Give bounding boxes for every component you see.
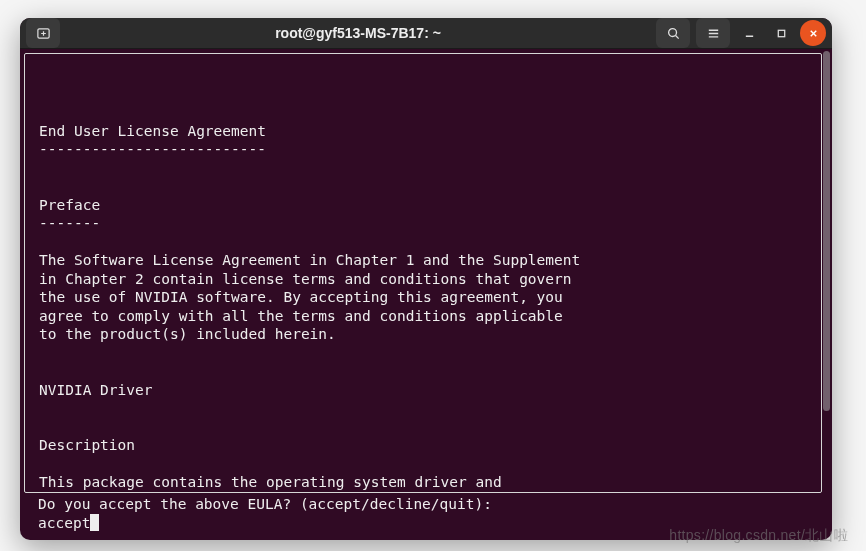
window-title: root@gyf513-MS-7B17: ~: [66, 25, 650, 41]
prompt-input: accept: [38, 514, 90, 533]
description-label: Description: [39, 437, 135, 453]
preface-underline: -------: [39, 215, 100, 231]
svg-rect-9: [778, 30, 784, 36]
hamburger-icon: [706, 26, 721, 41]
minimize-icon: [744, 28, 755, 39]
description-body: This package contains the operating syst…: [39, 474, 502, 490]
prompt-question: Do you accept the above EULA? (accept/de…: [38, 496, 492, 512]
titlebar: root@gyf513-MS-7B17: ~: [20, 18, 832, 49]
search-icon: [666, 26, 681, 41]
eula-content: End User License Agreement -------------…: [39, 103, 807, 492]
terminal-window: root@gyf513-MS-7B17: ~: [20, 18, 832, 540]
preface-label: Preface: [39, 197, 100, 213]
close-button[interactable]: [800, 20, 826, 46]
eula-box: End User License Agreement -------------…: [24, 53, 822, 493]
minimize-button[interactable]: [736, 20, 762, 46]
search-button[interactable]: [656, 18, 690, 48]
terminal-area[interactable]: End User License Agreement -------------…: [20, 49, 832, 540]
titlebar-right: [656, 18, 826, 48]
svg-line-4: [675, 35, 678, 38]
new-tab-icon: [36, 26, 51, 41]
eula-heading-underline: --------------------------: [39, 141, 266, 157]
preface-body: The Software License Agreement in Chapte…: [39, 252, 580, 342]
cursor: [90, 514, 99, 531]
menu-button[interactable]: [696, 18, 730, 48]
maximize-icon: [776, 28, 787, 39]
driver-label: NVIDIA Driver: [39, 382, 153, 398]
watermark-text: https://blog.csdn.net/北山啦: [669, 527, 848, 545]
maximize-button[interactable]: [768, 20, 794, 46]
new-tab-button[interactable]: [26, 18, 60, 48]
scrollbar-thumb[interactable]: [823, 51, 830, 411]
eula-heading: End User License Agreement: [39, 123, 266, 139]
close-icon: [808, 28, 819, 39]
svg-point-3: [668, 28, 676, 36]
